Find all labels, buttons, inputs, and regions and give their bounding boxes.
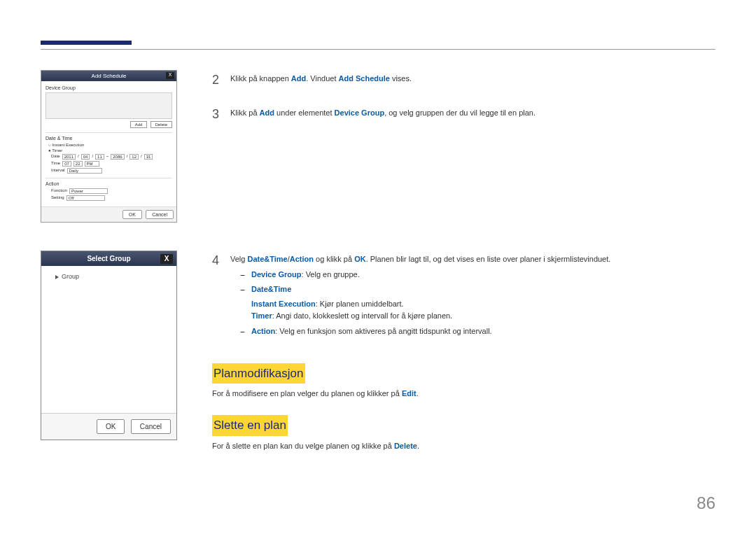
heading-planmodifikasjon: Planmodifikasjon: [212, 363, 305, 384]
delete-button[interactable]: Delete: [150, 121, 172, 128]
step4-item-action: Action: Velg en funksjon som aktiveres p…: [230, 325, 715, 338]
time-ampm[interactable]: PM: [85, 161, 99, 167]
step-3-text: Klikk på Add under elementet Device Grou…: [230, 104, 715, 125]
dialog2-title-text: Select Group: [87, 255, 130, 262]
close-icon[interactable]: X: [166, 72, 174, 79]
step-number-4: 4: [212, 251, 222, 341]
ok-button[interactable]: OK: [97, 419, 125, 434]
instant-execution-radio[interactable]: ○ Instant Execution: [46, 143, 172, 147]
device-group-label: Device Group: [46, 85, 172, 90]
paragraph-delete: For å slette en plan kan du velge planen…: [212, 440, 715, 453]
interval-label: Interval: [51, 168, 65, 174]
add-schedule-dialog: Add Schedule X Device Group Add Delete D…: [41, 70, 177, 223]
heading-slette: Slette en plan: [212, 415, 288, 435]
date-from-day[interactable]: 11: [95, 154, 104, 160]
date-from-month[interactable]: 04: [81, 154, 90, 160]
function-select[interactable]: Power: [69, 188, 108, 194]
function-label: Function: [51, 188, 67, 194]
page-content: Add Schedule X Device Group Add Delete D…: [41, 70, 715, 487]
date-to-day[interactable]: 31: [144, 154, 153, 160]
dialog2-title: Select Group X: [41, 251, 176, 266]
date-from-year[interactable]: 2011: [62, 154, 76, 160]
dialog-title-text: Add Schedule: [92, 73, 127, 79]
device-group-list: [46, 92, 172, 119]
timer-radio[interactable]: ● Timer: [46, 148, 172, 153]
chapter-bar: [41, 41, 132, 45]
step-4-body: Velg Date&Time/Action og klikk på OK. Pl…: [230, 251, 715, 341]
tree-root-item[interactable]: Group: [48, 273, 169, 280]
cancel-button[interactable]: Cancel: [146, 210, 174, 219]
step-number-2: 2: [212, 70, 222, 90]
tree-expand-icon[interactable]: [55, 275, 59, 279]
add-button[interactable]: Add: [130, 121, 148, 128]
dialog-title: Add Schedule X: [41, 71, 176, 81]
step4-item-device-group: Device Group: Velg en gruppe.: [230, 269, 715, 281]
cancel-button[interactable]: Cancel: [131, 419, 171, 434]
step4-item-datetime: Date&Time Instant Execution: Kjør planen…: [230, 283, 715, 323]
time-hour[interactable]: 07: [62, 161, 71, 167]
date-label: Date: [51, 154, 60, 160]
setting-label: Setting: [51, 195, 64, 201]
time-label: Time: [51, 161, 60, 167]
step-number-3: 3: [212, 104, 222, 125]
select-group-dialog: Select Group X Group OK Cancel: [41, 251, 177, 440]
action-label: Action: [46, 181, 172, 186]
page-number: 86: [696, 493, 715, 513]
time-min[interactable]: 22: [74, 161, 83, 167]
top-rule: [41, 49, 715, 50]
paragraph-modify: For å modifisere en plan velger du plane…: [212, 388, 715, 400]
interval-select[interactable]: Daily: [67, 168, 102, 174]
ok-button[interactable]: OK: [122, 210, 142, 219]
date-to-month[interactable]: 12: [130, 154, 139, 160]
step-2-text: Klikk på knappen Add. Vinduet Add Schedu…: [230, 70, 715, 90]
setting-select[interactable]: Off: [66, 195, 105, 201]
close-icon[interactable]: X: [160, 254, 173, 264]
date-to-year[interactable]: 2086: [111, 154, 124, 160]
datetime-label: Date & Time: [46, 136, 172, 141]
